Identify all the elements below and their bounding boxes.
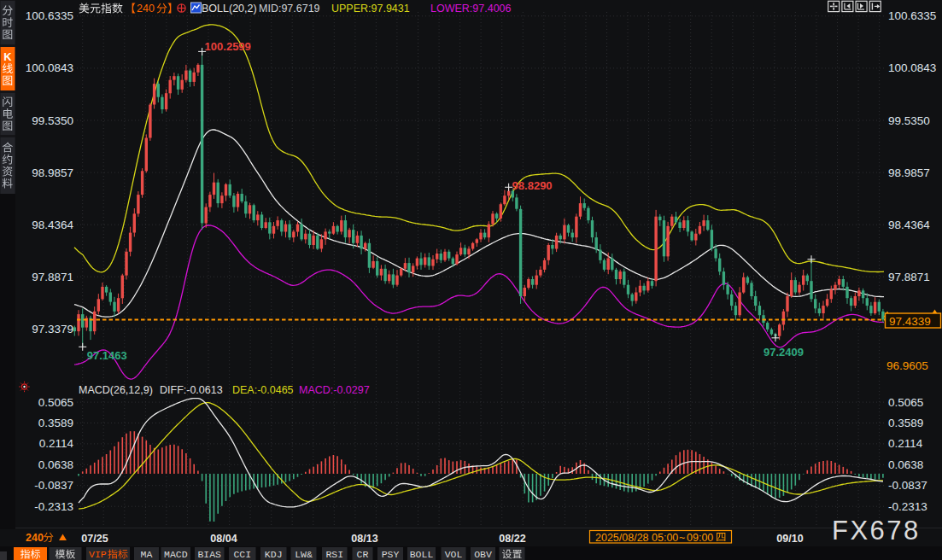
svg-text:97.1463: 97.1463 <box>87 349 127 362</box>
svg-text:100.0843: 100.0843 <box>26 61 73 74</box>
svg-text:97.8871: 97.8871 <box>888 271 930 283</box>
svg-text:0.2114: 0.2114 <box>888 437 923 450</box>
svg-text:BIAS: BIAS <box>197 549 221 560</box>
svg-text:0.5065: 0.5065 <box>38 396 73 409</box>
svg-text:DIFF:-0.0613: DIFF:-0.0613 <box>160 384 223 396</box>
svg-text:08/22: 08/22 <box>499 533 525 545</box>
svg-text:K: K <box>3 50 12 63</box>
svg-text:100.2599: 100.2599 <box>205 40 251 53</box>
svg-text:LW&: LW& <box>295 549 313 560</box>
svg-text:MACD:-0.0297: MACD:-0.0297 <box>299 384 370 396</box>
svg-text:08/13: 08/13 <box>351 533 377 545</box>
svg-text:0.3589: 0.3589 <box>38 417 73 429</box>
svg-text:98.4364: 98.4364 <box>888 219 930 231</box>
svg-text:FX678: FX678 <box>832 516 921 545</box>
svg-text:97.3379: 97.3379 <box>32 323 73 335</box>
svg-text:98.8290: 98.8290 <box>512 179 553 192</box>
svg-text:100.6335: 100.6335 <box>888 9 936 22</box>
svg-text:0.0638: 0.0638 <box>888 458 923 471</box>
svg-text:BOLL(20,2): BOLL(20,2) <box>202 3 257 15</box>
svg-text:97.2409: 97.2409 <box>764 346 804 359</box>
svg-text:MA: MA <box>141 549 153 560</box>
svg-text:RSI: RSI <box>325 549 343 560</box>
svg-text:0.2114: 0.2114 <box>39 437 74 450</box>
svg-text:-0.0837: -0.0837 <box>34 479 73 492</box>
svg-text:BOLL: BOLL <box>410 549 434 560</box>
svg-text:2025/08/28 05:00: 2025/08/28 05:00 <box>595 532 678 544</box>
svg-text:UPPER:97.9431: UPPER:97.9431 <box>331 3 410 15</box>
svg-text:100.0843: 100.0843 <box>888 61 936 74</box>
svg-text:-0.2313: -0.2313 <box>888 500 927 513</box>
svg-text:CR: CR <box>357 549 369 560</box>
svg-text:MID:97.6719: MID:97.6719 <box>259 3 320 15</box>
svg-text:97.4339: 97.4339 <box>889 315 931 328</box>
svg-text:MACD(26,12,9): MACD(26,12,9) <box>79 384 153 396</box>
svg-text:96.9605: 96.9605 <box>886 359 928 372</box>
svg-text:09:00: 09:00 <box>687 532 713 544</box>
svg-text:09/10: 09/10 <box>776 533 803 545</box>
svg-text:LOWER:97.4006: LOWER:97.4006 <box>430 3 512 15</box>
svg-text:PSY: PSY <box>382 549 400 560</box>
svg-text:99.5350: 99.5350 <box>888 114 930 127</box>
svg-text:-0.2313: -0.2313 <box>34 500 73 513</box>
svg-text:97.8871: 97.8871 <box>32 271 73 283</box>
svg-text:07/25: 07/25 <box>81 533 108 545</box>
svg-text:0.5065: 0.5065 <box>888 396 923 409</box>
svg-text:VIP: VIP <box>89 549 107 560</box>
svg-text:OBV: OBV <box>474 549 492 560</box>
svg-text:100.6335: 100.6335 <box>26 9 73 22</box>
svg-text:KDJ: KDJ <box>265 549 283 560</box>
svg-text:08/04: 08/04 <box>210 533 237 545</box>
svg-text:240: 240 <box>26 532 44 544</box>
svg-text:99.5350: 99.5350 <box>32 114 73 127</box>
svg-text:DEA:-0.0465: DEA:-0.0465 <box>232 384 294 396</box>
svg-text:CCI: CCI <box>233 549 251 560</box>
svg-text:0.3589: 0.3589 <box>888 417 923 429</box>
svg-text:98.9857: 98.9857 <box>888 166 930 179</box>
svg-text:98.4364: 98.4364 <box>32 219 73 231</box>
svg-text:VOL: VOL <box>445 549 463 560</box>
svg-text:-0.0837: -0.0837 <box>888 479 927 492</box>
svg-text:0.0638: 0.0638 <box>38 458 73 471</box>
svg-text:~: ~ <box>679 532 685 544</box>
svg-text:MACD: MACD <box>164 549 188 560</box>
svg-text:98.9857: 98.9857 <box>32 166 73 179</box>
svg-text:240: 240 <box>137 3 155 15</box>
